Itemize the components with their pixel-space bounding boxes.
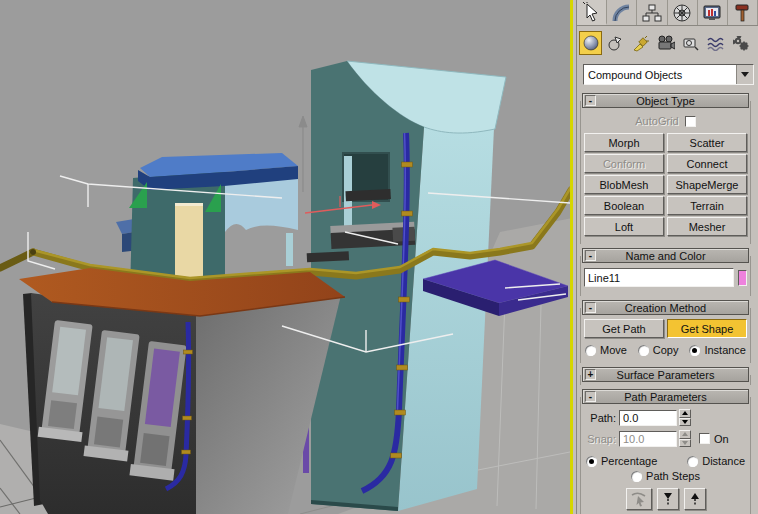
blobmesh-button[interactable]: BlobMesh — [584, 175, 664, 194]
rollout-title: Object Type — [596, 95, 735, 107]
shapes-icon — [607, 35, 624, 52]
subcategory-dropdown[interactable]: Compound Objects — [583, 64, 754, 85]
category-shapes[interactable] — [604, 31, 627, 55]
category-lights[interactable] — [629, 31, 652, 55]
morph-button[interactable]: Morph — [584, 133, 664, 152]
rollout-header-object-type[interactable]: - Object Type — [582, 93, 749, 108]
mesher-button[interactable]: Mesher — [667, 217, 747, 236]
rollout-name-and-color: - Name and Color — [582, 248, 749, 293]
chevron-down-icon[interactable] — [736, 65, 753, 84]
object-name-input[interactable] — [584, 268, 734, 287]
rollout-path-parameters: - Path Parameters Path: Snap: On — [582, 389, 749, 514]
terrain-button[interactable]: Terrain — [667, 196, 747, 215]
category-helpers[interactable] — [679, 31, 702, 55]
snap-value-input[interactable] — [619, 431, 677, 447]
command-panel: Compound Objects - Object Type AutoGrid … — [576, 0, 758, 514]
waves-icon — [707, 35, 725, 51]
node-tree-icon — [642, 3, 662, 23]
rollout-header-name-and-color[interactable]: - Name and Color — [582, 248, 749, 263]
rollout-title: Surface Parameters — [596, 369, 735, 381]
camera-icon — [657, 35, 675, 51]
get-path-button[interactable]: Get Path — [584, 319, 664, 338]
arrow-down-icon — [662, 491, 674, 507]
radio-move[interactable]: Move — [585, 344, 627, 356]
radio-copy[interactable]: Copy — [638, 344, 679, 356]
rollout-creation-method: - Creation Method Get Path Get Shape Mov… — [582, 300, 749, 360]
gears-icon — [732, 35, 749, 52]
rollout-title: Name and Color — [596, 250, 735, 262]
pick-shape-icon — [630, 491, 648, 507]
warehouse-building[interactable] — [19, 268, 345, 514]
radio-percentage[interactable]: Percentage — [586, 455, 657, 467]
bent-pipe-icon — [612, 3, 632, 23]
rollout-title: Path Parameters — [596, 391, 735, 403]
wheel-icon — [672, 3, 692, 23]
on-label: On — [714, 433, 729, 445]
tab-hierarchy[interactable] — [637, 0, 667, 25]
conform-button[interactable]: Conform — [584, 154, 664, 173]
on-checkbox-row[interactable]: On — [699, 433, 729, 445]
path-label: Path: — [583, 412, 616, 424]
category-space-warps[interactable] — [704, 31, 727, 55]
arrow-up-icon — [689, 491, 701, 507]
next-shape-button[interactable] — [684, 488, 706, 510]
get-shape-button[interactable]: Get Shape — [667, 319, 747, 338]
viewport-scene — [0, 0, 570, 514]
connect-button[interactable]: Connect — [667, 154, 747, 173]
snap-spinner[interactable] — [679, 430, 691, 447]
rollout-header-path-parameters[interactable]: - Path Parameters — [582, 389, 749, 404]
autogrid-checkbox[interactable] — [685, 116, 696, 127]
hammer-icon — [732, 3, 752, 23]
monitor-icon — [702, 3, 722, 23]
flashlight-icon — [632, 35, 649, 52]
expand-toggle[interactable]: - — [585, 250, 596, 261]
object-color-swatch[interactable] — [738, 270, 747, 286]
radio-distance[interactable]: Distance — [687, 455, 745, 467]
viewport-perspective[interactable] — [0, 0, 573, 514]
rollout-object-type: - Object Type AutoGrid Morph Scatter Con… — [582, 93, 749, 241]
rollout-header-creation-method[interactable]: - Creation Method — [582, 300, 749, 315]
arrow-cursor-icon — [582, 2, 602, 22]
tab-modify[interactable] — [607, 0, 637, 25]
rollout-header-surface-parameters[interactable]: + Surface Parameters — [582, 367, 749, 382]
boolean-button[interactable]: Boolean — [584, 196, 664, 215]
path-value-input[interactable] — [619, 410, 677, 426]
rollout-title: Creation Method — [596, 302, 735, 314]
category-geometry[interactable] — [579, 31, 602, 55]
previous-shape-button[interactable] — [657, 488, 679, 510]
snap-label: Snap: — [583, 433, 616, 445]
expand-toggle[interactable]: - — [585, 95, 596, 106]
door — [175, 205, 203, 279]
expand-toggle[interactable]: - — [585, 391, 596, 402]
on-checkbox[interactable] — [699, 433, 710, 444]
category-bar — [577, 28, 758, 58]
autogrid-label: AutoGrid — [635, 115, 678, 127]
tab-create[interactable] — [577, 0, 607, 25]
object-type-buttons: Morph Scatter Conform Connect BlobMesh S… — [583, 132, 748, 237]
category-cameras[interactable] — [654, 31, 677, 55]
pick-shape-button[interactable] — [626, 488, 652, 510]
helpers-icon — [682, 35, 699, 51]
radio-instance[interactable]: Instance — [689, 344, 746, 356]
dropdown-value: Compound Objects — [584, 69, 736, 81]
command-panel-tabs — [577, 0, 758, 26]
expand-toggle[interactable]: + — [585, 369, 596, 380]
tab-motion[interactable] — [668, 0, 698, 25]
radio-path-steps[interactable]: Path Steps — [631, 470, 700, 482]
tab-utilities[interactable] — [728, 0, 758, 25]
tab-display[interactable] — [698, 0, 728, 25]
shapemerge-button[interactable]: ShapeMerge — [667, 175, 747, 194]
loft-button[interactable]: Loft — [584, 217, 664, 236]
scatter-button[interactable]: Scatter — [667, 133, 747, 152]
expand-toggle[interactable]: - — [585, 302, 596, 313]
category-systems[interactable] — [729, 31, 752, 55]
rollout-surface-parameters: + Surface Parameters — [582, 367, 749, 382]
sphere-icon — [583, 35, 599, 51]
path-spinner[interactable] — [679, 409, 691, 426]
